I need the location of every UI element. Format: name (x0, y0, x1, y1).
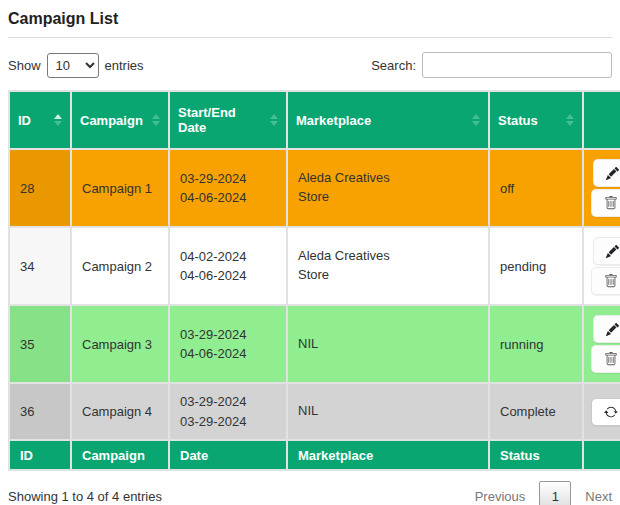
cell-campaign: Campaign 1 (71, 149, 169, 227)
pencil-icon (606, 245, 619, 258)
end-date: 03-29-2024 (180, 412, 276, 432)
cell-campaign: Campaign 2 (71, 227, 169, 305)
sort-asc-icon (152, 114, 160, 119)
table-controls: Show 10 entries Search: (8, 52, 612, 78)
search-input[interactable] (422, 52, 612, 78)
cell-campaign: Campaign 4 (71, 383, 169, 440)
start-date: 03-29-2024 (180, 392, 276, 412)
current-page-button[interactable]: 1 (539, 481, 571, 505)
page-length-control: Show 10 entries (8, 53, 144, 78)
sort-arrows-icon (472, 114, 480, 126)
column-header-id[interactable]: ID (9, 91, 71, 149)
column-header-label: Status (498, 113, 538, 128)
cell-status: running (489, 305, 583, 383)
marketplace-name: NIL (298, 335, 410, 354)
marketplace-name: Aleda Creatives Store (298, 247, 410, 285)
pencil-icon (606, 167, 619, 180)
footer-row: IDCampaignDateMarketplaceStatus (9, 440, 620, 470)
sort-desc-icon (54, 121, 62, 126)
next-page-button[interactable]: Next (585, 489, 612, 504)
sort-desc-icon (472, 121, 480, 126)
cell-actions: Edit (583, 305, 620, 383)
sort-asc-icon (270, 114, 278, 119)
cell-marketplace: Aleda Creatives Store (287, 149, 489, 227)
pagination: Previous 1 Next (475, 481, 612, 505)
column-header-marketplace[interactable]: Marketplace (287, 91, 489, 149)
cell-marketplace: Aleda Creatives Store (287, 227, 489, 305)
campaign-list-page: Campaign List Show 10 entries Search: ID… (0, 0, 620, 505)
column-header-label: ID (18, 113, 31, 128)
campaign-table: IDCampaignStart/End DateMarketplaceStatu… (8, 90, 620, 471)
cell-dates: 03-29-202403-29-2024 (169, 383, 287, 440)
trash-icon (604, 274, 618, 288)
table-bottom-bar: Showing 1 to 4 of 4 entries Previous 1 N… (8, 481, 612, 505)
end-date: 04-06-2024 (180, 344, 276, 364)
edit-button[interactable]: Edit (593, 237, 620, 265)
cell-campaign: Campaign 3 (71, 305, 169, 383)
campaign-row: 36Campaign 403-29-202403-29-2024NILCompl… (9, 383, 620, 440)
page-title: Campaign List (8, 10, 612, 28)
search-label: Search: (371, 58, 416, 73)
cell-dates: 04-02-202404-06-2024 (169, 227, 287, 305)
refresh-icon (604, 405, 618, 419)
search-control: Search: (371, 52, 612, 78)
campaign-table-header: IDCampaignStart/End DateMarketplaceStatu… (9, 91, 620, 149)
column-footer-actions (583, 440, 620, 470)
cell-status: off (489, 149, 583, 227)
column-footer-campaign: Campaign (71, 440, 169, 470)
sort-desc-icon (566, 121, 574, 126)
cell-id: 34 (9, 227, 71, 305)
column-header-start-end-date[interactable]: Start/End Date (169, 91, 287, 149)
table-info: Showing 1 to 4 of 4 entries (8, 489, 162, 504)
actions-stack: Edit (588, 315, 620, 373)
start-date: 03-29-2024 (180, 169, 276, 189)
sort-asc-icon (472, 114, 480, 119)
campaign-table-footer: IDCampaignDateMarketplaceStatus (9, 440, 620, 470)
campaign-row: 35Campaign 303-29-202404-06-2024NILrunni… (9, 305, 620, 383)
delete-button[interactable] (591, 345, 620, 373)
sort-arrows-icon (566, 114, 574, 126)
sort-desc-icon (270, 121, 278, 126)
sort-asc-icon (566, 114, 574, 119)
campaign-row: 28Campaign 103-29-202404-06-2024Aleda Cr… (9, 149, 620, 227)
start-date: 04-02-2024 (180, 247, 276, 267)
start-date: 03-29-2024 (180, 325, 276, 345)
actions-stack: Renew (588, 398, 620, 426)
cell-marketplace: NIL (287, 305, 489, 383)
previous-page-button[interactable]: Previous (475, 489, 526, 504)
column-header-actions[interactable] (583, 91, 620, 149)
end-date: 04-06-2024 (180, 188, 276, 208)
cell-actions: Edit (583, 149, 620, 227)
column-header-label: Marketplace (296, 113, 371, 128)
column-footer-marketplace: Marketplace (287, 440, 489, 470)
delete-button[interactable] (591, 267, 620, 295)
cell-id: 36 (9, 383, 71, 440)
sort-arrows-icon (54, 114, 62, 126)
column-header-status[interactable]: Status (489, 91, 583, 149)
campaign-row: 34Campaign 204-02-202404-06-2024Aleda Cr… (9, 227, 620, 305)
show-label: Show (8, 58, 41, 73)
cell-actions: Renew (583, 383, 620, 440)
cell-id: 35 (9, 305, 71, 383)
cell-dates: 03-29-202404-06-2024 (169, 149, 287, 227)
sort-arrows-icon (152, 114, 160, 126)
column-header-campaign[interactable]: Campaign (71, 91, 169, 149)
marketplace-name: Aleda Creatives Store (298, 169, 410, 207)
column-footer-date: Date (169, 440, 287, 470)
trash-icon (604, 352, 618, 366)
edit-button[interactable]: Edit (593, 159, 620, 187)
entries-label: entries (105, 58, 144, 73)
column-footer-status: Status (489, 440, 583, 470)
delete-button[interactable] (591, 189, 620, 217)
cell-id: 28 (9, 149, 71, 227)
page-length-select[interactable]: 10 (47, 53, 99, 78)
end-date: 04-06-2024 (180, 266, 276, 286)
actions-stack: Edit (588, 237, 620, 295)
sort-desc-icon (152, 121, 160, 126)
renew-button[interactable]: Renew (591, 398, 620, 426)
pencil-icon (606, 323, 619, 336)
cell-status: pending (489, 227, 583, 305)
edit-button[interactable]: Edit (593, 315, 620, 343)
marketplace-name: NIL (298, 402, 410, 421)
trash-icon (604, 196, 618, 210)
